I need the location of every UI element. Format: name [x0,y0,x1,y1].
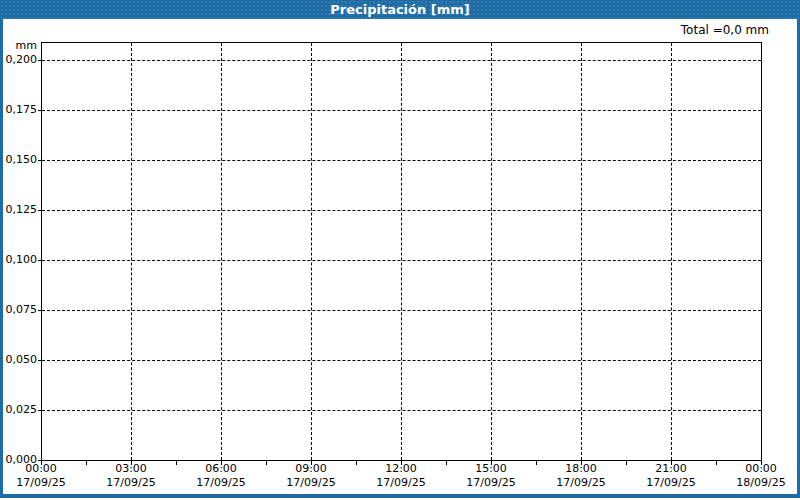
chart-window: Precipitación [mm] Total =0,0 mm mm 0,00… [0,0,800,500]
x-tick-date-label: 18/09/25 [724,476,798,489]
x-tick-mark [266,461,267,465]
x-tick-mark [356,461,357,465]
y-tick-label: 0,200 [0,53,37,66]
x-tick-mark [716,461,717,465]
y-tick-label: 0,075 [0,303,37,316]
x-gridline [131,43,132,460]
x-tick-date-label: 17/09/25 [4,476,78,489]
y-tick-mark [38,360,41,361]
x-tick-mark [626,461,627,465]
x-tick-mark [491,461,492,465]
y-tick-label: 0,025 [0,403,37,416]
y-tick-label: 0,100 [0,253,37,266]
y-tick-mark [38,410,41,411]
chart-title: Precipitación [mm] [330,2,470,17]
x-tick-date-label: 17/09/25 [634,476,708,489]
x-tick-mark [221,461,222,465]
x-tick-date-label: 17/09/25 [184,476,258,489]
chart-title-bar: Precipitación [mm] [0,0,800,19]
x-tick-date-label: 17/09/25 [274,476,348,489]
x-tick-date-label: 17/09/25 [94,476,168,489]
y-tick-mark [38,60,41,61]
x-tick-mark [86,461,87,465]
y-tick-label: 0,150 [0,153,37,166]
y-tick-label: 0,125 [0,203,37,216]
x-gridline [401,43,402,460]
x-tick-mark [671,461,672,465]
y-tick-mark [38,160,41,161]
y-tick-label: 0,175 [0,103,37,116]
x-gridline [581,43,582,460]
x-tick-mark [761,461,762,465]
x-tick-mark [311,461,312,465]
x-tick-mark [536,461,537,465]
x-tick-mark [581,461,582,465]
window-border-bottom [0,494,800,498]
x-tick-mark [41,461,42,465]
x-gridline [311,43,312,460]
y-tick-label: 0,050 [0,353,37,366]
y-tick-mark [38,210,41,211]
plot-area [41,42,762,461]
x-tick-mark [131,461,132,465]
x-tick-mark [401,461,402,465]
x-gridline [671,43,672,460]
y-tick-mark [38,310,41,311]
y-tick-mark [38,110,41,111]
x-gridline [491,43,492,460]
x-gridline [221,43,222,460]
x-tick-mark [176,461,177,465]
y-tick-mark [38,260,41,261]
x-tick-date-label: 17/09/25 [454,476,528,489]
total-annotation: Total =0,0 mm [681,23,769,37]
x-tick-date-label: 17/09/25 [364,476,438,489]
x-tick-date-label: 17/09/25 [544,476,618,489]
y-axis-unit-label: mm [0,39,37,52]
x-tick-mark [446,461,447,465]
